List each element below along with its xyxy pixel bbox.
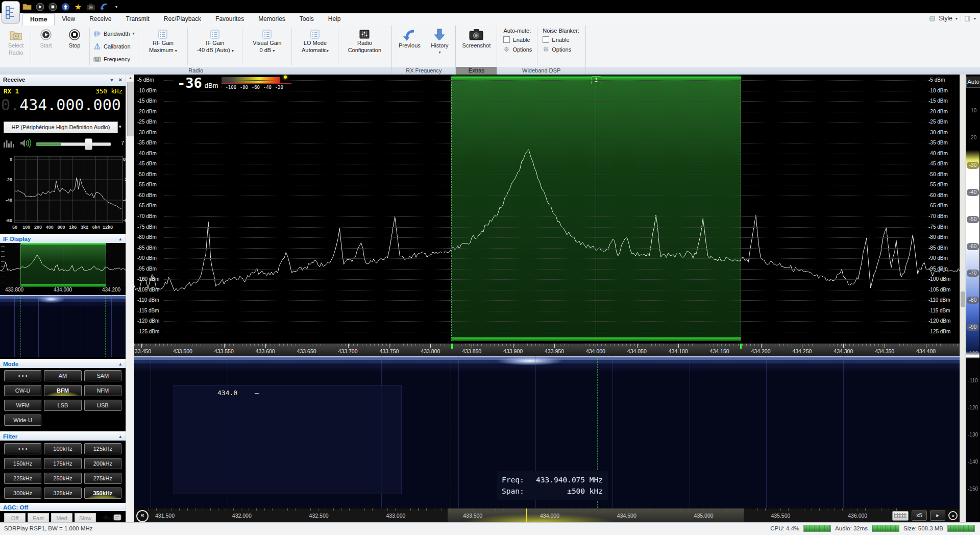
scale-tick--130[interactable]: -130 xyxy=(966,432,979,437)
step-right-button[interactable]: ▸ xyxy=(930,510,945,521)
frequency-button[interactable]: Frequency xyxy=(93,55,134,63)
tab-receive[interactable]: Receive xyxy=(82,13,118,26)
filter-[interactable]: • • • xyxy=(4,443,41,454)
volume-slider[interactable] xyxy=(36,142,111,146)
rf-spectrum-display[interactable]: 1 -120-100-80-60-40-20 -5 dBm-5 dBm-10 d… xyxy=(134,75,960,343)
style-menu[interactable]: Style xyxy=(939,15,952,22)
tab-view[interactable]: View xyxy=(55,13,82,26)
automute-options-button[interactable]: Options xyxy=(503,45,532,53)
filter-350khz[interactable]: 350kHz xyxy=(84,488,121,499)
display-splitter[interactable] xyxy=(960,75,966,522)
quick-toolbar-caret-icon[interactable]: ▾ xyxy=(112,2,121,11)
undo-small-icon[interactable] xyxy=(101,514,110,521)
filter-header[interactable]: Filter ▴ xyxy=(0,431,126,441)
nav-back-button[interactable]: « xyxy=(136,510,149,522)
record-play-icon[interactable] xyxy=(35,2,44,11)
mute-speaker-icon[interactable] xyxy=(19,138,31,148)
undo-icon[interactable] xyxy=(99,2,108,11)
equalizer-icon[interactable] xyxy=(4,139,15,148)
scale-tick--150[interactable]: -150 xyxy=(966,486,979,492)
agc-off[interactable]: Off xyxy=(4,513,26,522)
scale-tick--140[interactable]: -140 xyxy=(966,459,979,465)
scale-tick--80[interactable]: -80 xyxy=(967,297,979,304)
start-button[interactable]: Start xyxy=(32,26,60,66)
frequency-display[interactable]: 0.434.000.000 xyxy=(1,96,121,114)
notes-icon[interactable] xyxy=(113,514,121,521)
mode-am[interactable]: AM xyxy=(44,370,81,381)
sidebar-scrollbar[interactable]: ▲ xyxy=(126,75,134,522)
style-caret-icon[interactable]: ▾ xyxy=(955,16,958,21)
scale-tick--60[interactable]: -60 xyxy=(967,243,979,250)
screenshot-button[interactable]: Screenshot xyxy=(457,26,495,66)
mode-wfm[interactable]: WFM xyxy=(4,400,41,411)
history-dropdown[interactable]: History ▾ xyxy=(425,26,454,66)
screenshot-icon[interactable] xyxy=(86,2,95,11)
mode-wideu[interactable]: Wide-U xyxy=(4,415,41,426)
stop-button[interactable]: Stop xyxy=(60,26,89,66)
mode-lsb[interactable]: LSB xyxy=(44,400,81,411)
checkbox-icon[interactable] xyxy=(503,36,510,43)
agc-header[interactable]: AGC: Off xyxy=(0,503,126,511)
automute-enable-checkbox[interactable]: Enable xyxy=(503,36,532,43)
mode-sam[interactable]: SAM xyxy=(84,370,121,381)
scale-tick--110[interactable]: -110 xyxy=(966,378,979,383)
tab-help[interactable]: Help xyxy=(321,13,348,26)
nav-frequency-ruler[interactable]: 431.500432.000432.500433.000433.500434.0… xyxy=(149,508,899,522)
calibration-button[interactable]: Calibration xyxy=(93,42,134,51)
if-display-panel[interactable] xyxy=(0,243,126,287)
favourite-icon[interactable]: ★ xyxy=(74,2,83,11)
keyboard-entry-icon[interactable] xyxy=(892,511,909,521)
mode-[interactable]: • • • xyxy=(4,370,41,381)
filter-125khz[interactable]: 125kHz xyxy=(84,443,121,454)
auto-contrast-button[interactable]: Auto xyxy=(966,77,980,88)
record-stop-icon[interactable] xyxy=(48,2,57,11)
zoom-factor-button[interactable]: x5 xyxy=(912,510,927,521)
scale-tick--10[interactable]: -10 xyxy=(966,108,979,113)
noise-blanker-options-button[interactable]: Options xyxy=(543,45,579,53)
transmit-icon[interactable] xyxy=(61,2,70,11)
previous-frequency-button[interactable]: Previous xyxy=(394,26,425,66)
scale-tick--20[interactable]: -20 xyxy=(966,135,979,140)
scroll-up-icon[interactable]: ▲ xyxy=(126,76,135,80)
scale-tick--120[interactable]: -120 xyxy=(966,405,979,410)
filter-250khz[interactable]: 250kHz xyxy=(44,473,81,484)
scale-tick--70[interactable]: -70 xyxy=(967,270,979,277)
filter-150khz[interactable]: 150kHz xyxy=(4,458,41,469)
noise-blanker-enable-checkbox[interactable]: Enable xyxy=(543,36,579,43)
mode-nfm[interactable]: NFM xyxy=(84,385,121,396)
tab-favourites[interactable]: Favourites xyxy=(208,13,251,26)
filter-275khz[interactable]: 275kHz xyxy=(84,473,121,484)
if-gain-dropdown[interactable]: IF Gain -40 dB (Auto) ▾ xyxy=(188,26,241,66)
panel-menu-caret-icon[interactable]: ▾ xyxy=(111,75,113,85)
scrollbar-thumb[interactable] xyxy=(127,82,134,136)
filter-325khz[interactable]: 325kHz xyxy=(44,488,81,499)
theme-icon[interactable] xyxy=(929,15,936,22)
bandwidth-dropdown[interactable]: Bandwidth▾ xyxy=(93,29,134,38)
tab-tools[interactable]: Tools xyxy=(292,13,321,26)
pin-panel-icon[interactable] xyxy=(964,15,971,22)
lo-mode-dropdown[interactable]: LO Mode Automatic▾ xyxy=(292,26,337,66)
if-display-header[interactable]: IF Display ▴ xyxy=(0,234,126,243)
spectrum-frequency-ruler[interactable]: 433.450433.500433.550433.600433.650433.7… xyxy=(134,343,960,356)
visual-gain-dropdown[interactable]: Visual Gain 0 dB ▾ xyxy=(243,26,291,66)
scale-tick--100[interactable]: -100 xyxy=(966,351,979,356)
scale-tick--30[interactable]: -30 xyxy=(967,162,979,169)
agc-fast[interactable]: Fast xyxy=(28,513,49,522)
if-waterfall[interactable] xyxy=(0,295,126,357)
filter-100khz[interactable]: 100kHz xyxy=(44,443,81,454)
scale-tick--90[interactable]: -90 xyxy=(967,324,979,331)
tab-home[interactable]: Home xyxy=(22,13,55,26)
agc-slow[interactable]: Slow xyxy=(75,513,96,522)
tab-rec-playback[interactable]: Rec/Playback xyxy=(157,13,208,26)
application-menu-button[interactable] xyxy=(2,1,20,23)
wideband-waterfall[interactable]: 434.0 – Freq:433.940.075 MHz Span:±500 k… xyxy=(134,356,960,508)
mode-bfm[interactable]: BFM xyxy=(44,385,81,396)
tab-transmit[interactable]: Transmit xyxy=(119,13,157,26)
volume-slider-thumb[interactable] xyxy=(85,138,92,150)
panel-close-icon[interactable]: ✕ xyxy=(118,75,122,85)
nav-forward-button[interactable]: » xyxy=(948,511,958,520)
receive-panel-header[interactable]: Receive ▾✕ xyxy=(0,75,126,86)
select-radio-button[interactable]: Select Radio xyxy=(2,26,30,66)
radio-configuration-button[interactable]: Radio Configuration xyxy=(339,26,390,66)
filter-200khz[interactable]: 200kHz xyxy=(84,458,121,469)
